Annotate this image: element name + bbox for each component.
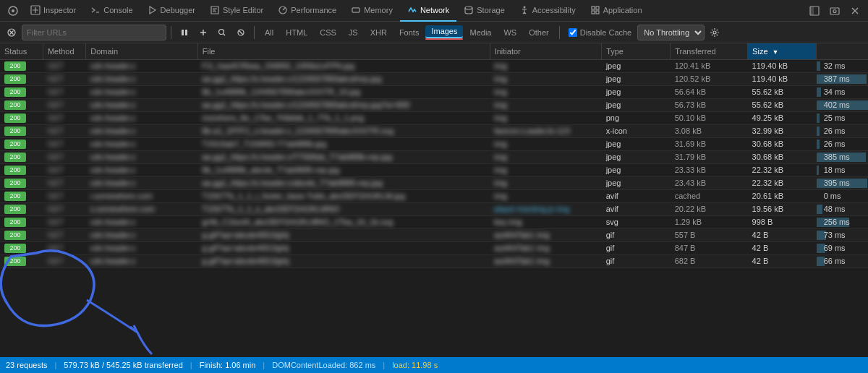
- cell-size: 42 B: [748, 254, 817, 267]
- svg-point-1: [12, 9, 14, 12]
- col-method[interactable]: Method: [43, 43, 85, 59]
- cell-status: 200: [0, 150, 43, 163]
- requests-count: 23 requests: [6, 361, 47, 369]
- table-row[interactable]: 200GETcdn.header.cT1N16ab7_T156892-T7ab8…: [0, 137, 868, 150]
- cell-transferred: 31.69 kB: [671, 137, 748, 150]
- svg-rect-17: [182, 30, 184, 35]
- filter-ws[interactable]: WS: [498, 27, 522, 38]
- filter-js[interactable]: JS: [343, 27, 364, 38]
- tab-storage[interactable]: Storage: [456, 0, 512, 22]
- cell-initiator: img: [490, 163, 601, 176]
- svg-marker-3: [150, 7, 156, 14]
- tab-application[interactable]: Application: [583, 0, 650, 22]
- settings-icon[interactable]: [706, 24, 723, 41]
- table-row[interactable]: 200GETs.somewhere.comT1567Tb_1_1_s_abcDE…: [0, 202, 868, 215]
- cell-initiator: aut4HiTab1 img: [490, 241, 601, 254]
- cell-file: 8b_1u4888b_abcde_T7ab8885-rep.jpg: [197, 163, 490, 176]
- cell-size: 19.56 kB: [748, 202, 817, 215]
- cell-size: 30.68 kB: [748, 150, 817, 163]
- tab-console[interactable]: Console: [83, 0, 140, 22]
- col-file[interactable]: File: [197, 43, 490, 59]
- screenshot-icon[interactable]: [825, 1, 845, 21]
- cell-method: GET: [43, 215, 85, 228]
- filter-other[interactable]: Other: [523, 27, 555, 38]
- cell-type: jpeg: [602, 72, 671, 85]
- filter-xhr[interactable]: XHR: [365, 27, 393, 38]
- cell-type: png: [602, 111, 671, 124]
- cell-method: GET: [43, 202, 85, 215]
- table-row[interactable]: 200GETcdn.header.cg.gif?aa=abcde4651fghi…: [0, 228, 868, 241]
- col-status[interactable]: Status: [0, 43, 43, 59]
- cell-initiator: img: [490, 150, 601, 163]
- disable-cache-label[interactable]: Disable Cache: [564, 28, 637, 37]
- cell-time: 66 ms: [817, 254, 868, 267]
- table-row[interactable]: 200GETcdn.header.c8b_1u4888b_1244567890a…: [0, 85, 868, 98]
- table-row[interactable]: 200GETcdn.header.cg.gif?aa=abcde4651fghi…: [0, 254, 868, 267]
- tab-debugger[interactable]: Debugger: [140, 0, 203, 22]
- table-row[interactable]: 200GETcdn.header.caa.gg1_https://s.heade…: [0, 98, 868, 111]
- table-row[interactable]: 200GETcdn.header.caa.gg1_https://s.heade…: [0, 176, 868, 189]
- tab-network[interactable]: Network: [400, 0, 456, 22]
- cell-time: 26 ms: [817, 124, 868, 137]
- filter-html[interactable]: HTML: [280, 27, 313, 38]
- close-icon[interactable]: [845, 1, 865, 21]
- cell-size: 119.40 kB: [748, 72, 817, 85]
- cell-domain: cdn.header.c: [86, 111, 197, 124]
- col-initiator[interactable]: Initiator: [490, 43, 601, 59]
- pause-button[interactable]: [176, 24, 193, 41]
- search-button[interactable]: [213, 24, 231, 41]
- filter-media[interactable]: Media: [464, 27, 497, 38]
- col-time[interactable]: [817, 43, 868, 59]
- filter-urls-input[interactable]: [22, 25, 166, 40]
- cell-type: jpeg: [602, 137, 671, 150]
- filter-all[interactable]: All: [259, 27, 279, 38]
- disable-cache-checkbox[interactable]: [569, 28, 577, 37]
- cell-domain: i.somewhere.com: [86, 189, 197, 202]
- table-row[interactable]: 200GETcdn.header.cmorehere_8e_17be_7Hbbb…: [0, 111, 868, 124]
- table-row[interactable]: 200GETcdn.header.c8b_1u4888b_abcde_T7ab8…: [0, 163, 868, 176]
- table-row[interactable]: 200GETcdn.header.cgr4b_C1bcd4_abcDEFGHIJ…: [0, 215, 868, 228]
- cell-file: aa.gg1_https://s.header.c/1234567890abcd…: [197, 98, 490, 111]
- dom-content-loaded: DOMContentLoaded: 862 ms: [272, 361, 375, 369]
- cell-size: 32.99 kB: [748, 124, 817, 137]
- table-row[interactable]: 200GETcdn.header.cg.gif?aa=abcde4651fghi…: [0, 241, 868, 254]
- cell-type: svg: [602, 215, 671, 228]
- filter-images[interactable]: Images: [425, 25, 463, 38]
- block-button[interactable]: [232, 24, 250, 41]
- table-row[interactable]: 200GETi.somewhere.comT1567Tb_1_1_i_foote…: [0, 189, 868, 202]
- table-row[interactable]: 200GETcdn.header.cF1l_haa4CRbaa_156892_1…: [0, 59, 868, 72]
- status-bar: 23 requests | 579.73 kB / 545.25 kB tran…: [0, 357, 868, 373]
- col-size[interactable]: Size ▼: [748, 43, 817, 59]
- add-button[interactable]: [195, 24, 212, 41]
- tab-accessibility[interactable]: Accessibility: [512, 0, 583, 22]
- cell-size: 42 B: [748, 241, 817, 254]
- cell-transferred: 31.79 kB: [671, 150, 748, 163]
- cell-file: aa.gg1_https://s.header.c/1234567890abcd…: [197, 72, 490, 85]
- col-type[interactable]: Type: [602, 43, 671, 59]
- network-table-container[interactable]: Status Method Domain File Initiator Type…: [0, 43, 868, 357]
- cell-status: 200: [0, 254, 43, 267]
- clear-button[interactable]: [3, 24, 20, 41]
- svg-rect-9: [596, 7, 599, 9]
- throttle-select[interactable]: No Throttling: [637, 25, 705, 40]
- filter-css[interactable]: CSS: [314, 27, 342, 38]
- filter-fonts[interactable]: Fonts: [393, 27, 425, 38]
- cell-transferred: 120.52 kB: [671, 72, 748, 85]
- dock-side-icon[interactable]: [804, 1, 825, 21]
- table-row[interactable]: 200GETcdn.header.caa.gg1_https://s.heade…: [0, 72, 868, 85]
- cell-file: aa.gg1_https://s.header.c/abcde_T7ab8885…: [197, 176, 490, 189]
- cell-initiator: img: [490, 72, 601, 85]
- table-row[interactable]: 200GETcdn.header.caa.gg1_https://s.heade…: [0, 150, 868, 163]
- tab-style-editor[interactable]: Style Editor: [203, 0, 271, 22]
- cell-file: g.gif?aa=abcde4651fghij: [197, 254, 490, 267]
- devtools-logo-icon[interactable]: [3, 1, 23, 21]
- col-domain[interactable]: Domain: [86, 43, 197, 59]
- col-transferred[interactable]: Transferred: [671, 43, 748, 59]
- tab-inspector[interactable]: Inspector: [23, 0, 83, 22]
- cell-size: 20.61 kB: [748, 189, 817, 202]
- table-row[interactable]: 200GETcdn.header.c8b.a1_1FFF1_s.header.c…: [0, 124, 868, 137]
- tab-performance[interactable]: Performance: [271, 0, 344, 22]
- cell-initiator: img: [490, 85, 601, 98]
- table-header-row: Status Method Domain File Initiator Type…: [0, 43, 868, 59]
- tab-memory[interactable]: Memory: [344, 0, 400, 22]
